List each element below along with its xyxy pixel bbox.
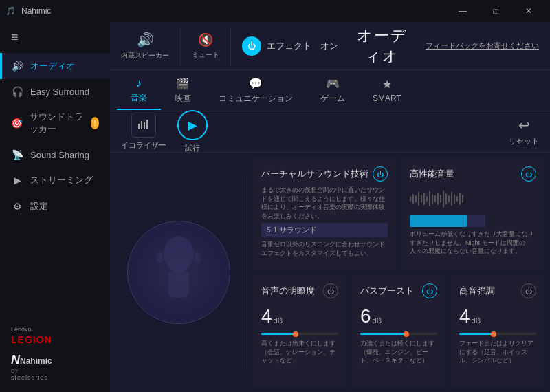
communication-tab-icon: 💬	[249, 77, 263, 90]
music-tab-label: 音楽	[131, 92, 147, 104]
page-title: オーディオ	[349, 25, 415, 67]
vocal-clarity-slider[interactable]	[261, 333, 338, 335]
smart-tab-label: SMART	[373, 94, 402, 103]
sidebar-item-sound-sharing[interactable]: 📡 Sound Sharing	[0, 142, 110, 167]
nahimic-text: NNahimic	[11, 353, 99, 367]
reset-icon: ↩	[518, 117, 530, 133]
high-treble-slider[interactable]	[459, 333, 536, 335]
high-performance-title-row: 高性能音量 ⏻	[410, 166, 536, 182]
mute-icon: 🔇	[198, 32, 213, 47]
top-bar: 🔊 内蔵スピーカー 🔇 ミュート ⏻ エフェクト オン オーディオ フィードバッ…	[110, 22, 550, 70]
equalizer-icon	[131, 113, 156, 138]
lenovo-text: Lenovo	[11, 325, 99, 334]
svg-rect-6	[157, 252, 162, 263]
app-icon: 🎵	[6, 6, 16, 16]
vocal-clarity-title: 音声の明瞭度	[261, 285, 315, 297]
vocal-clarity-title-row: 音声の明瞭度 ⏻	[261, 283, 338, 298]
movie-tab-label: 映画	[175, 93, 191, 105]
svg-rect-3	[146, 120, 148, 129]
sidebar-item-audio[interactable]: 🔊 オーディオ	[0, 53, 110, 79]
vocal-clarity-fill	[261, 333, 296, 335]
bass-boost-slider[interactable]	[360, 333, 437, 335]
reset-control[interactable]: ↩ リセット	[509, 117, 539, 146]
features-area: バーチャルサラウンド技術 ⏻ まるで大きめの仮想空間の中に置いたサウンドを通じて…	[110, 153, 550, 392]
minimize-button[interactable]: —	[447, 0, 478, 22]
tab-game[interactable]: 🎮 ゲーム	[307, 72, 359, 110]
titlebar: 🎵 Nahimic — □ ✕	[0, 0, 550, 22]
sound-tracker-icon: 🎯	[11, 118, 23, 129]
high-treble-card: 高音強調 ⏻ 4 dB フェードまたはよりクリアにする（足音、ホイッスル、シンバ…	[451, 275, 544, 386]
virtual-surround-power-btn[interactable]: ⏻	[373, 166, 388, 182]
high-performance-power-btn[interactable]: ⏻	[521, 166, 536, 182]
sidebar-item-settings[interactable]: ⚙ 設定	[0, 193, 110, 219]
bass-boost-fill	[360, 333, 406, 335]
bass-boost-unit: dB	[373, 316, 382, 325]
effect-label: エフェクト オン	[267, 40, 338, 52]
mute-section[interactable]: 🔇 ミュート	[181, 27, 231, 65]
high-treble-fill	[459, 333, 494, 335]
titlebar-controls: — □ ✕	[447, 0, 544, 22]
sound-tracker-badge: !	[91, 117, 99, 129]
virtual-surround-title: バーチャルサラウンド技術	[261, 168, 368, 180]
effect-section: ⏻ エフェクト オン	[231, 36, 349, 56]
high-treble-power-btn[interactable]: ⏻	[521, 283, 536, 298]
high-performance-title: 高性能音量	[410, 168, 454, 180]
high-treble-desc: フェードまたはよりクリアにする（足音、ホイッスル、シンバルなど）	[459, 339, 536, 378]
bass-boost-handle	[404, 331, 409, 337]
effect-power-icon[interactable]: ⏻	[242, 36, 261, 56]
legion-text: LEGION	[11, 334, 99, 347]
play-control[interactable]: ▶ 試行	[177, 110, 208, 153]
communication-tab-label: コミュニケーション	[219, 93, 293, 105]
equalizer-control[interactable]: イコライザー	[121, 113, 166, 151]
vocal-clarity-card: 音声の明瞭度 ⏻ 4 dB 高くまたは出来くにします（会話、ナレーション、チャッ…	[253, 275, 346, 386]
tab-smart[interactable]: ★ SMART	[359, 72, 415, 109]
content-wrapper: 🔊 内蔵スピーカー 🔇 ミュート ⏻ エフェクト オン オーディオ フィードバッ…	[110, 22, 550, 392]
svg-point-4	[164, 236, 194, 272]
head-silhouette-icon	[151, 233, 206, 312]
sound-sharing-icon: 📡	[11, 149, 23, 160]
bass-boost-title: バスブースト	[360, 285, 414, 297]
controls-row: イコライザー ▶ 試行 ↩ リセット	[110, 111, 550, 153]
sidebar-item-streaming[interactable]: ▶ ストリーミング	[0, 167, 110, 193]
maximize-button[interactable]: □	[480, 0, 512, 22]
bass-boost-value: 6	[360, 305, 371, 327]
bass-boost-desc: 力強くまたは軽くにします（爆発、エンジン、ビート、ベースギターなど）	[360, 339, 437, 378]
head-visual	[110, 153, 248, 392]
tab-communication[interactable]: 💬 コミュニケーション	[205, 72, 307, 110]
game-tab-icon: 🎮	[326, 77, 340, 90]
menu-button[interactable]: ≡	[0, 22, 110, 53]
vocal-clarity-desc: 高くまたは出来くにします（会話、ナレーション、チャットなど）	[261, 339, 338, 378]
close-button[interactable]: ✕	[513, 0, 544, 22]
sidebar-bottom: Lenovo LEGION NNahimic BY steelseries	[0, 314, 110, 392]
streaming-icon: ▶	[11, 175, 23, 186]
tab-movie[interactable]: 🎬 映画	[161, 72, 205, 110]
high-treble-unit: dB	[472, 316, 481, 325]
virtual-surround-sub-desc: 音量ゼロ以外のリスニングに合わせサウンドエフェクトをカスタマイズしてもよい。	[261, 240, 388, 261]
sidebar-label-easy-surround: Easy Surround	[30, 87, 89, 97]
speaker-icon: 🔊	[137, 32, 154, 48]
sidebar-label-settings: 設定	[30, 200, 48, 213]
feedback-link[interactable]: フィードバックをお寄せください	[415, 41, 550, 51]
reset-label: リセット	[509, 136, 539, 146]
waveform	[410, 188, 536, 209]
speaker-label: 内蔵スピーカー	[121, 51, 169, 61]
main-layout: ≡ 🔊 オーディオ 🎧 Easy Surround 🎯 サウンドトラッカー ! …	[0, 22, 550, 392]
bass-boost-value-row: 6 dB	[360, 305, 437, 327]
tab-music[interactable]: ♪ 音楽	[117, 72, 161, 109]
svg-rect-7	[195, 252, 201, 263]
sidebar-item-sound-tracker[interactable]: 🎯 サウンドトラッカー !	[0, 104, 110, 142]
high-treble-handle	[491, 331, 496, 337]
hp-meter-bar	[410, 215, 485, 227]
sidebar-item-easy-surround[interactable]: 🎧 Easy Surround	[0, 79, 110, 104]
vocal-clarity-unit: dB	[274, 316, 283, 325]
audio-icon: 🔊	[11, 61, 23, 72]
vocal-clarity-power-btn[interactable]: ⏻	[323, 283, 338, 298]
high-treble-value-row: 4 dB	[459, 305, 536, 327]
high-treble-value: 4	[459, 305, 470, 327]
bass-boost-card: バスブースト ⏻ 6 dB 力強くまたは軽くにします（爆発、エンジン、ビート、ベ…	[352, 275, 446, 386]
bass-boost-power-btn[interactable]: ⏻	[422, 283, 437, 298]
speaker-section[interactable]: 🔊 内蔵スピーカー	[110, 26, 181, 66]
virtual-surround-value: 5.1 サラウンド	[261, 223, 388, 237]
steelseries-text: BY steelseries	[11, 367, 99, 381]
play-icon: ▶	[177, 110, 208, 140]
